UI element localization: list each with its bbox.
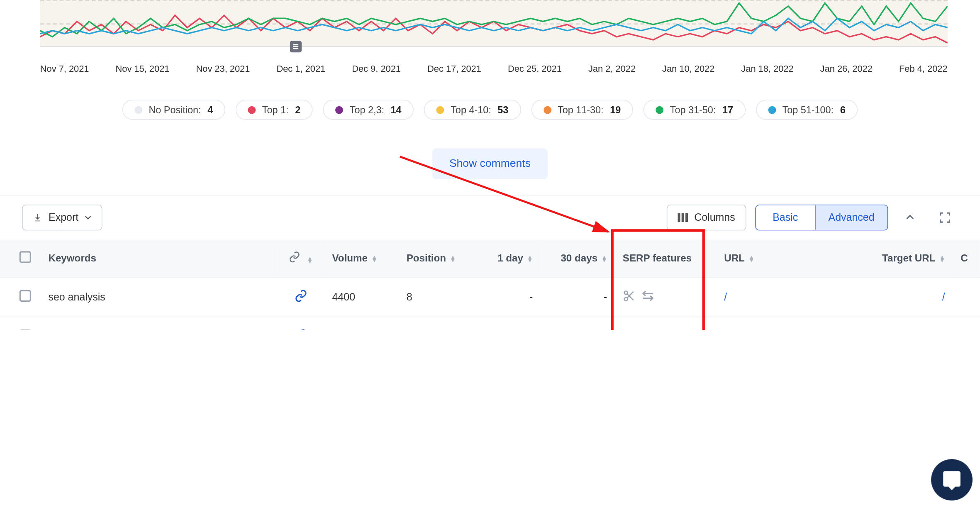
comment-marker-icon[interactable] <box>290 41 301 52</box>
table-toolbar: Export Columns Basic Advanced <box>0 195 980 240</box>
target-url-cell[interactable]: / <box>831 277 953 317</box>
serp-cell <box>615 277 716 317</box>
day1-cell: - <box>480 317 541 330</box>
days30-cell: - <box>541 277 615 317</box>
legend-item[interactable]: Top 11-30: 19 <box>531 100 633 120</box>
legend-item[interactable]: Top 1: 2 <box>236 100 313 120</box>
position-cell: 3 <box>399 317 480 330</box>
serp-cell <box>615 317 716 330</box>
header-cut: C <box>953 239 980 277</box>
columns-icon <box>678 213 688 222</box>
header-link[interactable]: ▲▼ <box>277 239 324 277</box>
svg-point-4 <box>624 291 628 294</box>
url-cell[interactable]: / <box>716 277 831 317</box>
header-target-url[interactable]: Target URL▲▼ <box>831 239 953 277</box>
legend-item[interactable]: Top 51-100: 6 <box>756 100 858 120</box>
header-1day[interactable]: 1 day▲▼ <box>480 239 541 277</box>
svg-point-3 <box>624 298 628 301</box>
link-icon[interactable] <box>277 277 324 317</box>
header-check <box>0 239 41 277</box>
row-checkbox[interactable] <box>20 330 31 330</box>
header-30days[interactable]: 30 days▲▼ <box>541 239 615 277</box>
position-chart: 10 0 Nov 7, 2021Nov 15, 2021Nov 23, 2021… <box>0 0 980 74</box>
day1-cell: - <box>480 277 541 317</box>
advanced-button[interactable]: Advanced <box>815 205 887 230</box>
select-all-checkbox[interactable] <box>20 251 31 263</box>
legend-item[interactable]: Top 31-50: 17 <box>644 100 746 120</box>
keyword-cell[interactable]: seo analysis <box>41 277 277 317</box>
link-icon[interactable] <box>277 317 324 330</box>
legend-item[interactable]: Top 2,3: 14 <box>323 100 414 120</box>
volume-cell: 1300 <box>324 317 399 330</box>
header-url[interactable]: URL▲▼ <box>716 239 831 277</box>
expand-icon <box>939 212 951 223</box>
columns-button[interactable]: Columns <box>666 205 746 230</box>
collapse-button[interactable] <box>897 205 923 230</box>
volume-cell: 4400 <box>324 277 399 317</box>
url-cell[interactable]: / <box>716 317 831 330</box>
keyword-cell[interactable]: seo site checkup <box>41 317 277 330</box>
legend-item[interactable]: Top 4-10: 53 <box>424 100 521 120</box>
row-checkbox[interactable] <box>20 290 31 302</box>
link-icon <box>289 251 300 263</box>
legend-row: No Position: 4Top 1: 2Top 2,3: 14Top 4-1… <box>0 100 980 120</box>
swap-icon <box>641 293 655 305</box>
svg-rect-1 <box>681 213 684 222</box>
chevron-down-icon <box>85 214 92 221</box>
cut-icon <box>623 293 636 305</box>
keywords-table: Keywords ▲▼ Volume▲▼ Position▲▼ 1 day▲▼ … <box>0 239 980 330</box>
export-button[interactable]: Export <box>22 205 102 230</box>
view-toggle: Basic Advanced <box>755 205 888 230</box>
x-axis-labels: Nov 7, 2021Nov 15, 2021Nov 23, 2021Dec 1… <box>40 64 948 74</box>
target-url-cell[interactable]: / <box>831 317 953 330</box>
days30-cell: ↓ 1 <box>541 317 615 330</box>
table-row: seo site checkup13003-↓ 1// <box>0 317 980 330</box>
header-volume[interactable]: Volume▲▼ <box>324 239 399 277</box>
fullscreen-button[interactable] <box>932 205 958 230</box>
trend-cell <box>953 277 980 317</box>
header-keywords[interactable]: Keywords <box>41 239 277 277</box>
download-icon <box>33 213 42 222</box>
header-position[interactable]: Position▲▼ <box>399 239 480 277</box>
basic-button[interactable]: Basic <box>756 205 815 230</box>
position-cell: 8 <box>399 277 480 317</box>
show-comments-button[interactable]: Show comments <box>432 148 547 179</box>
table-row: seo analysis44008--// <box>0 277 980 317</box>
svg-rect-2 <box>685 213 687 222</box>
chart-canvas[interactable] <box>40 0 948 46</box>
trend-cell <box>953 317 980 330</box>
chevron-up-icon <box>905 212 915 223</box>
header-serp-features[interactable]: SERP features <box>615 239 716 277</box>
legend-item[interactable]: No Position: 4 <box>122 100 225 120</box>
svg-rect-0 <box>678 213 680 222</box>
